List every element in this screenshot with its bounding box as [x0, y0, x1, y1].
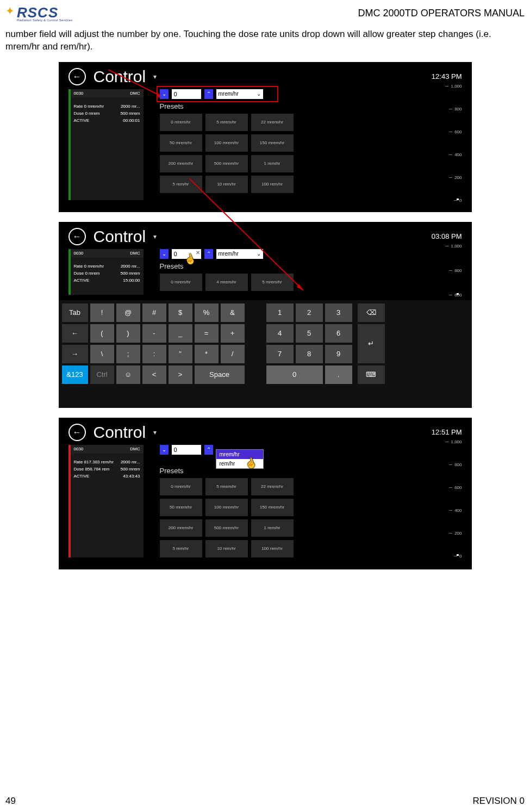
key[interactable]: >: [169, 365, 192, 384]
preset-button[interactable]: 150 mrem/hr: [251, 134, 294, 152]
value-input[interactable]: 0: [172, 445, 201, 455]
clear-icon[interactable]: ✕: [196, 250, 200, 256]
unit-dropdown[interactable]: mrem/hr⌄: [216, 249, 263, 259]
axis-tick: 400: [429, 152, 462, 157]
numpad-key[interactable]: 9: [325, 345, 352, 363]
preset-button[interactable]: 50 mrem/hr: [160, 134, 202, 152]
preset-button[interactable]: 500 mrem/hr: [205, 519, 248, 537]
preset-button[interactable]: 100 rem/hr: [251, 540, 294, 557]
preset-button[interactable]: 0 mrem/hr: [160, 274, 202, 291]
revision: REVISION 0: [473, 796, 525, 807]
key[interactable]: =: [195, 324, 219, 343]
key[interactable]: →: [62, 345, 88, 363]
key[interactable]: \: [90, 345, 114, 363]
preset-button[interactable]: 1 rem/hr: [251, 155, 294, 172]
key[interactable]: *: [195, 345, 219, 363]
preset-button[interactable]: 5 rem/hr: [160, 176, 202, 193]
decrement-button[interactable]: ⌄: [160, 249, 169, 259]
preset-button[interactable]: 50 mrem/hr: [160, 499, 202, 516]
preset-button[interactable]: 100 mrem/hr: [205, 499, 248, 516]
key[interactable]: +: [221, 324, 245, 343]
numpad-key[interactable]: 8: [296, 345, 323, 363]
numpad-key[interactable]: 3: [325, 303, 352, 322]
device-card[interactable]: 0030 DMC Rate 0 mrem/hr 2000 mr... Dose …: [68, 249, 144, 295]
key[interactable]: @: [116, 303, 140, 322]
key[interactable]: ←: [62, 324, 88, 343]
key[interactable]: &123: [62, 365, 88, 384]
key[interactable]: ): [116, 324, 140, 343]
increment-button[interactable]: ⌃: [204, 89, 213, 99]
chevron-down-icon[interactable]: ▾: [153, 73, 157, 80]
decrement-button[interactable]: ⌄: [160, 89, 169, 99]
chevron-down-icon[interactable]: ▾: [153, 233, 157, 240]
back-icon[interactable]: ←: [68, 228, 86, 245]
preset-button[interactable]: 5 mrem/hr: [205, 478, 248, 495]
axis-tick: 200: [429, 531, 462, 536]
preset-button[interactable]: 200 mrem/hr: [160, 155, 202, 172]
preset-button[interactable]: 22 mrem/hr: [251, 114, 294, 131]
preset-button[interactable]: 1 rem/hr: [251, 519, 294, 537]
preset-button[interactable]: 4 mrem/hr: [205, 274, 248, 291]
key[interactable]: -: [142, 324, 166, 343]
star-icon: ✦: [5, 4, 15, 17]
key[interactable]: $: [169, 303, 192, 322]
key[interactable]: ": [169, 345, 192, 363]
preset-button[interactable]: 10 rem/hr: [205, 540, 248, 557]
page-title: Control: [93, 227, 146, 246]
preset-button[interactable]: 500 mrem/hr: [205, 155, 248, 172]
kb-ctl: ⌫↵⌨: [358, 303, 385, 405]
unit-dropdown[interactable]: mrem/hr⌄: [216, 89, 263, 99]
device-card[interactable]: 0030 DMC Rate 0 mrem/hr 2000 mr... Dose …: [68, 89, 144, 200]
key[interactable]: Ctrl: [90, 365, 114, 384]
key[interactable]: ☺: [116, 365, 140, 384]
unit-option-mrem[interactable]: mrem/hr: [216, 450, 263, 459]
key[interactable]: ;: [116, 345, 140, 363]
key[interactable]: <: [142, 365, 166, 384]
key[interactable]: #: [142, 303, 166, 322]
key[interactable]: %: [195, 303, 219, 322]
presets-label: Presets: [160, 262, 413, 270]
numpad-key[interactable]: 2: [296, 303, 323, 322]
preset-button[interactable]: 10 rem/hr: [205, 176, 248, 193]
value-input[interactable]: 0: [172, 89, 201, 99]
back-icon[interactable]: ←: [68, 424, 86, 441]
presets-label: Presets: [160, 467, 413, 475]
logo-text: RSCS: [17, 5, 72, 20]
numpad-key[interactable]: 4: [266, 324, 294, 343]
increment-button[interactable]: ⌃: [204, 445, 213, 455]
key[interactable]: &: [221, 303, 245, 322]
increment-button[interactable]: ⌃: [204, 249, 213, 259]
preset-button[interactable]: 5 mrem/hr: [251, 274, 294, 291]
chevron-down-icon[interactable]: ▾: [153, 429, 157, 436]
preset-button[interactable]: 22 mrem/hr: [251, 478, 294, 495]
preset-grid-3: 0 mrem/hr5 mrem/hr22 mrem/hr50 mrem/hr10…: [160, 478, 413, 557]
key[interactable]: !: [90, 303, 114, 322]
device-card[interactable]: 0030 DMC Rate 817.383 rem/hr 2000 mr... …: [68, 445, 144, 557]
numpad-key[interactable]: 1: [266, 303, 294, 322]
preset-button[interactable]: 100 rem/hr: [251, 176, 294, 193]
key[interactable]: Tab: [62, 303, 88, 322]
preset-button[interactable]: 0 mrem/hr: [160, 114, 202, 131]
preset-button[interactable]: 150 mrem/hr: [251, 499, 294, 516]
numpad-key[interactable]: .: [325, 365, 352, 384]
key[interactable]: /: [221, 345, 245, 363]
key[interactable]: Space: [195, 365, 245, 384]
numpad-key[interactable]: 0: [266, 365, 323, 384]
preset-button[interactable]: 5 mrem/hr: [205, 114, 248, 131]
preset-button[interactable]: 100 mrem/hr: [205, 134, 248, 152]
keyboard-toggle-key[interactable]: ⌨: [358, 365, 385, 384]
numpad-key[interactable]: 6: [325, 324, 352, 343]
preset-button[interactable]: 200 mrem/hr: [160, 519, 202, 537]
back-icon[interactable]: ←: [68, 68, 86, 85]
screenshot-2: ← Control ▾ 03:08 PM 0030 DMC Rate 0 mre…: [59, 222, 472, 408]
preset-button[interactable]: 0 mrem/hr: [160, 478, 202, 495]
key[interactable]: _: [169, 324, 192, 343]
numpad-key[interactable]: 7: [266, 345, 294, 363]
key[interactable]: :: [142, 345, 166, 363]
enter-key[interactable]: ↵: [358, 324, 385, 363]
numpad-key[interactable]: 5: [296, 324, 323, 343]
backspace-key[interactable]: ⌫: [358, 303, 385, 322]
preset-button[interactable]: 5 rem/hr: [160, 540, 202, 557]
key[interactable]: (: [90, 324, 114, 343]
decrement-button[interactable]: ⌄: [160, 445, 169, 455]
